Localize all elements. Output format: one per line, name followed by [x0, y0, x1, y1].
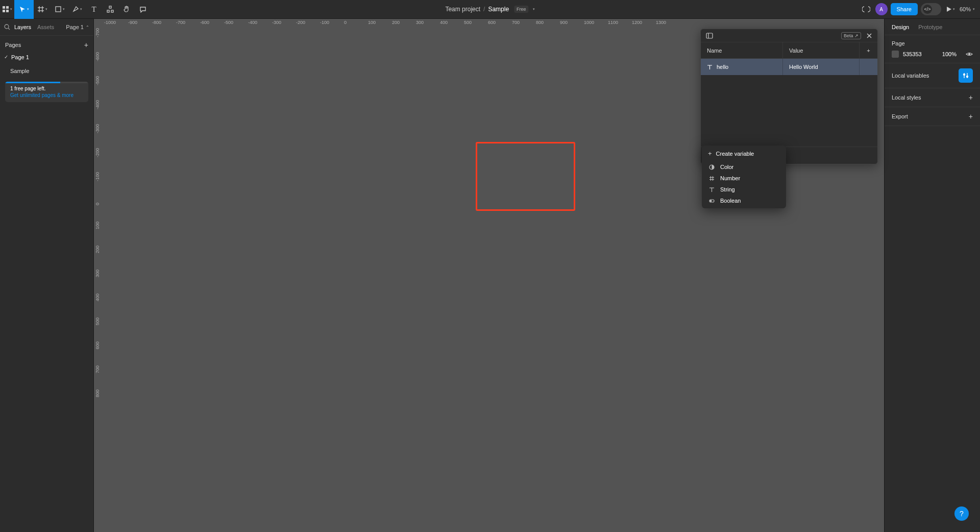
ruler-tick: 900 [560, 20, 568, 25]
ruler-tick: 400 [440, 20, 448, 25]
ruler-tick: 1100 [608, 20, 618, 25]
ruler-tick: -300 [95, 124, 100, 133]
chevron-down-icon: ▾ [63, 7, 65, 11]
shape-tool-button[interactable]: ▾ [51, 0, 68, 19]
ruler-tick: 0 [344, 20, 347, 25]
variable-row[interactable]: hello Hello World [701, 59, 764, 75]
ruler-tick: 200 [95, 246, 100, 253]
ruler-tick: 300 [416, 20, 424, 25]
ruler-tick: 500 [464, 20, 472, 25]
chevron-down-icon: ▾ [10, 7, 12, 11]
move-tool-button[interactable]: ▾ [14, 0, 34, 19]
ruler-tick: -700 [176, 20, 185, 25]
pages-section-header: Pages + [0, 35, 93, 52]
ruler-corner [94, 19, 104, 28]
page-selector[interactable]: Page 1 ⌃ [66, 24, 89, 30]
canvas[interactable]: -1000-900-800-700-600-500-400-300-200-10… [94, 19, 764, 415]
comment-tool-button[interactable] [135, 0, 151, 19]
chevron-down-icon: ▾ [45, 7, 47, 11]
boolean-icon [709, 198, 715, 204]
svg-rect-8 [56, 7, 61, 12]
page-item[interactable]: Page 1 [0, 52, 93, 62]
ruler-tick: -700 [95, 28, 100, 37]
svg-point-12 [5, 25, 9, 29]
ruler-tick: 0 [95, 203, 100, 205]
ruler-tick: -500 [224, 20, 233, 25]
create-variable-popover: + Create variable Color Number String Bo… [702, 146, 764, 208]
ruler-tick: 1200 [632, 20, 642, 25]
ruler-tick: 700 [512, 20, 520, 25]
number-icon [709, 176, 715, 181]
ruler-tick: 200 [392, 20, 400, 25]
left-panel: Layers Assets Page 1 ⌃ Pages + Page 1 Sa… [0, 19, 94, 415]
chevron-down-icon[interactable]: ▾ [533, 7, 535, 11]
toolbar: ▾ ▾ ▾ ▾ ▾ T Team project / Sample Free ▾… [0, 0, 764, 19]
plan-badge: Free [514, 6, 529, 13]
file-name[interactable]: Sample [488, 6, 509, 13]
breadcrumb[interactable]: Team project / Sample Free ▾ [445, 6, 534, 13]
main-menu-button[interactable]: ▾ [0, 0, 14, 19]
ruler-tick: -300 [272, 20, 281, 25]
variable-name[interactable]: hello [717, 64, 728, 70]
ruler-tick: -600 [95, 52, 100, 61]
ruler-tick: 800 [536, 20, 544, 25]
ruler-tick: 500 [95, 318, 100, 325]
ruler-tick: -500 [95, 76, 100, 85]
hand-tool-button[interactable] [118, 0, 135, 19]
assets-tab[interactable]: Assets [37, 24, 54, 30]
sidebar-toggle-icon[interactable] [706, 32, 713, 39]
plus-icon: + [708, 150, 712, 157]
text-type-icon [707, 64, 713, 70]
upgrade-promo[interactable]: 1 free page left. Get unlimited pages & … [5, 82, 88, 102]
create-variable-button[interactable]: + Create variable [702, 146, 764, 161]
ruler-horizontal: -1000-900-800-700-600-500-400-300-200-10… [104, 19, 764, 28]
ruler-tick: 100 [368, 20, 376, 25]
chevron-down-icon: ▾ [27, 7, 29, 11]
variables-table-header: Name Value + [701, 42, 764, 59]
layer-item[interactable]: Sample [0, 65, 93, 77]
create-boolean-variable[interactable]: Boolean [702, 195, 764, 206]
string-icon [709, 187, 715, 192]
ruler-tick: -400 [95, 100, 100, 109]
create-color-variable[interactable]: Color [702, 161, 764, 173]
ruler-tick: 600 [95, 342, 100, 349]
svg-rect-11 [111, 10, 113, 12]
chevron-up-icon: ⌃ [86, 25, 89, 30]
ruler-tick: -900 [128, 20, 137, 25]
layers-tab[interactable]: Layers [14, 24, 31, 30]
ruler-tick: 300 [95, 270, 100, 277]
name-column-header: Name [701, 47, 764, 54]
ruler-tick: -1000 [104, 20, 116, 25]
text-tool-button[interactable]: T [86, 0, 102, 19]
pen-tool-button[interactable]: ▾ [68, 0, 86, 19]
promo-line1: 1 free page left. [10, 86, 83, 91]
ruler-tick: -600 [200, 20, 209, 25]
ruler-tick: 600 [488, 20, 496, 25]
ruler-vertical: -700-600-500-400-300-200-100010020030040… [94, 28, 104, 415]
svg-line-13 [8, 28, 10, 30]
ruler-tick: 800 [95, 390, 100, 397]
svg-point-33 [710, 200, 712, 202]
svg-rect-1 [6, 6, 9, 9]
ruler-tick: -100 [320, 20, 329, 25]
ruler-tick: -400 [248, 20, 257, 25]
create-number-variable[interactable]: Number [702, 173, 764, 184]
ruler-tick: -200 [95, 148, 100, 157]
search-icon[interactable] [4, 24, 10, 30]
chevron-down-icon: ▾ [80, 7, 82, 11]
variables-empty-area [701, 75, 764, 147]
ruler-tick: -100 [95, 172, 100, 181]
ruler-tick: 1000 [584, 20, 594, 25]
svg-rect-3 [6, 10, 9, 12]
resources-tool-button[interactable] [102, 0, 118, 19]
project-name[interactable]: Team project [445, 6, 480, 13]
frame-tool-button[interactable]: ▾ [34, 0, 51, 19]
ruler-tick: 400 [95, 294, 100, 301]
add-page-button[interactable]: + [84, 41, 88, 49]
color-icon [709, 164, 715, 170]
promo-line2[interactable]: Get unlimited pages & more [10, 92, 83, 98]
create-string-variable[interactable]: String [702, 184, 764, 195]
svg-rect-9 [109, 6, 111, 8]
ruler-tick: 100 [95, 222, 100, 229]
svg-rect-19 [706, 33, 713, 38]
